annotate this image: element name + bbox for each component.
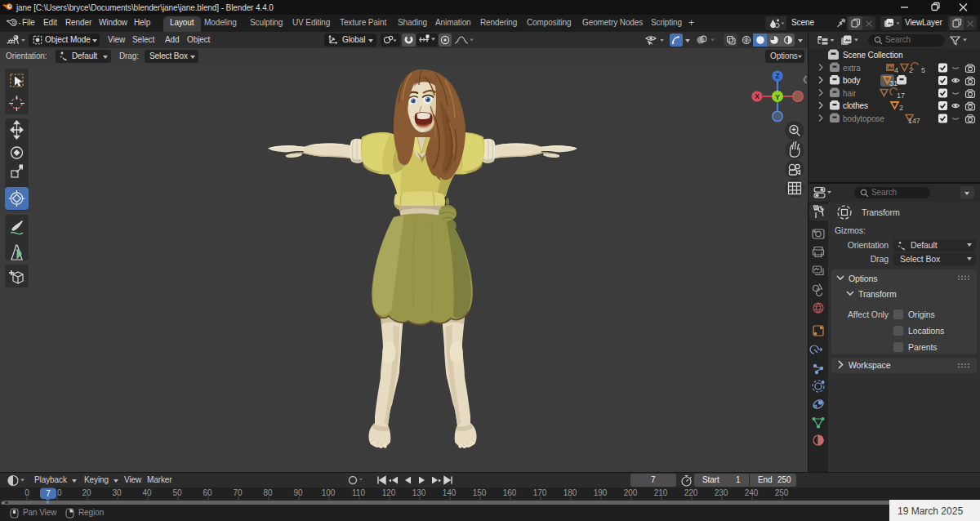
svg-text:150: 150 [473, 488, 487, 497]
svg-text:Parents: Parents [908, 342, 938, 352]
svg-text:extra: extra [843, 64, 861, 73]
svg-text:clothes: clothes [843, 101, 868, 110]
svg-text:Affect Only: Affect Only [848, 309, 889, 319]
svg-text:Options: Options [849, 274, 878, 283]
svg-text:130: 130 [412, 488, 426, 497]
svg-text:Orientation: Orientation [848, 240, 889, 250]
svg-text:200: 200 [624, 488, 638, 497]
svg-text:Gizmos:: Gizmos: [835, 225, 866, 235]
svg-text:240: 240 [745, 488, 759, 497]
svg-text:220: 220 [684, 488, 698, 497]
svg-text:120: 120 [382, 488, 396, 497]
svg-text:hair: hair [843, 89, 857, 98]
svg-text:Scene Collection: Scene Collection [843, 51, 902, 60]
svg-text:0: 0 [24, 488, 29, 497]
svg-text:5: 5 [921, 66, 925, 74]
svg-text:7: 7 [46, 489, 51, 498]
svg-text:Workspace: Workspace [849, 360, 891, 370]
svg-text:Locations: Locations [908, 326, 944, 336]
svg-text:Select Box: Select Box [900, 254, 941, 264]
svg-text:30: 30 [112, 488, 122, 497]
svg-text:170: 170 [533, 488, 547, 497]
svg-text:147: 147 [908, 117, 920, 125]
svg-text:31: 31 [889, 79, 898, 87]
svg-text:140: 140 [443, 488, 457, 497]
svg-text:210: 210 [654, 488, 668, 497]
svg-text:Default: Default [911, 240, 938, 250]
svg-text:80: 80 [263, 488, 273, 497]
svg-text:190: 190 [594, 488, 608, 497]
svg-text:2: 2 [899, 104, 903, 112]
svg-text:110: 110 [352, 488, 365, 497]
svg-text:Origins: Origins [908, 309, 935, 319]
svg-text:160: 160 [503, 488, 517, 497]
svg-text:250: 250 [775, 488, 789, 497]
svg-text:17: 17 [897, 91, 905, 100]
svg-text:230: 230 [715, 488, 728, 497]
svg-text:70: 70 [233, 488, 243, 497]
svg-text:40: 40 [142, 488, 152, 497]
svg-text:180: 180 [564, 488, 577, 497]
svg-text:20: 20 [82, 488, 91, 497]
svg-text:Transform: Transform [858, 289, 897, 299]
svg-text:4: 4 [894, 66, 898, 74]
svg-text:body: body [843, 76, 860, 85]
svg-text:bodytopose: bodytopose [843, 114, 884, 123]
svg-text:90: 90 [293, 488, 303, 497]
svg-text:Drag: Drag [871, 254, 889, 264]
svg-text:Transform: Transform [862, 207, 900, 217]
svg-text:60: 60 [203, 488, 212, 497]
svg-text:50: 50 [172, 488, 182, 497]
svg-text:100: 100 [322, 488, 336, 497]
